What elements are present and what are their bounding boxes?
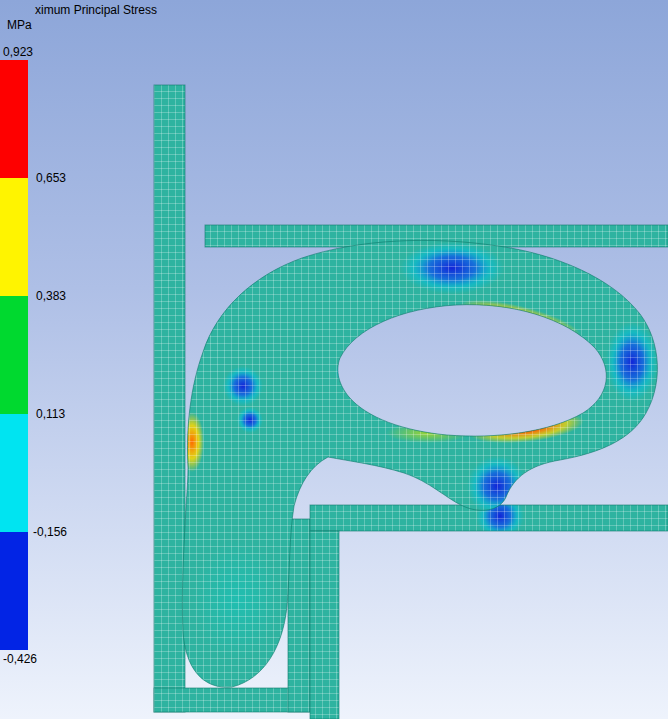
model-viewport[interactable] [0,0,668,719]
graphics-window[interactable]: ximum Principal Stress MPa 0,923 0,653 0… [0,0,668,719]
flange-vertical-strip [154,85,185,712]
lower-panel-vertical [310,531,339,719]
channel-right-wall [288,519,310,712]
seal-stress-field [150,230,668,700]
channel-bottom-bar [154,688,310,712]
